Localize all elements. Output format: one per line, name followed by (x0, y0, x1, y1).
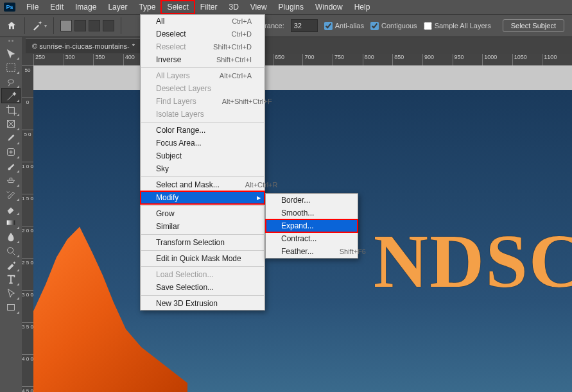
tolerance-input[interactable] (291, 19, 318, 32)
menu-file[interactable]: File (21, 1, 44, 13)
menu-item-feather[interactable]: Feather...Shift+F6 (266, 245, 358, 258)
rectangle-tool[interactable] (2, 300, 20, 314)
menu-image[interactable]: Image (69, 1, 102, 13)
eraser-tool[interactable] (2, 201, 20, 216)
options-bar: ▾ Tolerance: Anti-alias Contiguous Sampl… (0, 14, 572, 37)
menu-item-load-selection: Load Selection... (141, 268, 264, 281)
menu-item-grow[interactable]: Grow (141, 207, 264, 220)
subtract-selection-icon[interactable] (89, 20, 100, 31)
menu-item-inverse[interactable]: InverseShift+Ctrl+I (141, 53, 264, 66)
svg-rect-0 (7, 64, 15, 72)
type-tool[interactable] (2, 272, 20, 286)
menu-item-select-and-mask[interactable]: Select and Mask...Alt+Ctrl+R (141, 178, 264, 191)
tools-panel (0, 37, 22, 392)
add-selection-icon[interactable] (74, 20, 86, 31)
horizontal-ruler: 2503003504004505005506006507007508008509… (33, 54, 572, 65)
menu-item-isolate-layers: Isolate Layers (141, 108, 264, 121)
svg-rect-5 (8, 305, 15, 311)
sample-all-layers-checkbox[interactable]: Sample All Layers (424, 22, 491, 30)
menu-item-all[interactable]: AllCtrl+A (141, 15, 264, 28)
select-menu-dropdown: AllCtrl+ADeselectCtrl+DReselectShift+Ctr… (140, 14, 265, 311)
menu-plugins[interactable]: Plugins (273, 1, 309, 13)
menu-layer[interactable]: Layer (102, 1, 133, 13)
selection-mode-group (60, 20, 114, 31)
brush-tool[interactable] (2, 159, 20, 173)
intersect-selection-icon[interactable] (103, 20, 114, 31)
menu-type[interactable]: Type (133, 1, 161, 13)
magic-wand-tool[interactable] (2, 89, 20, 103)
gradient-tool[interactable] (2, 216, 20, 230)
healing-brush-tool[interactable] (2, 145, 20, 159)
menubar: Ps FileEditImageLayerTypeSelectFilter3DV… (0, 0, 572, 14)
eyedropper-tool[interactable] (2, 131, 20, 145)
menu-item-color-range[interactable]: Color Range... (141, 124, 264, 137)
menu-item-edit-in-quick-mask-mode[interactable]: Edit in Quick Mask Mode (141, 252, 264, 265)
menu-item-focus-area[interactable]: Focus Area... (141, 137, 264, 149)
anti-alias-checkbox[interactable]: Anti-alias (324, 22, 364, 30)
menu-item-all-layers: All LayersAlt+Ctrl+A (141, 69, 264, 82)
move-tool[interactable] (2, 46, 20, 60)
document-tab-bar: © sunrise-in-ciucas-mountains-*× (0, 37, 572, 54)
frame-tool[interactable] (2, 117, 20, 131)
menu-item-reselect: ReselectShift+Ctrl+D (141, 40, 264, 53)
menu-help[interactable]: Help (349, 1, 376, 13)
menu-item-new-3d-extrusion[interactable]: New 3D Extrusion (141, 297, 264, 310)
ruler-corner (22, 54, 33, 65)
menu-item-smooth[interactable]: Smooth... (266, 207, 358, 219)
menu-item-transform-selection[interactable]: Transform Selection (141, 236, 264, 249)
menu-3d[interactable]: 3D (223, 1, 244, 13)
menu-select[interactable]: Select (161, 1, 194, 13)
svg-point-4 (8, 248, 13, 253)
menu-filter[interactable]: Filter (195, 1, 223, 13)
menu-item-expand[interactable]: Expand... (266, 219, 358, 232)
menu-item-sky[interactable]: Sky (141, 162, 264, 175)
path-select-tool[interactable] (2, 286, 20, 300)
menu-window[interactable]: Window (309, 1, 349, 13)
menu-item-deselect-layers: Deselect Layers (141, 82, 264, 95)
crop-tool[interactable] (2, 103, 20, 117)
select-subject-button[interactable]: Select Subject (503, 19, 564, 32)
svg-rect-3 (7, 220, 15, 225)
lasso-tool[interactable] (2, 74, 20, 89)
marquee-tool[interactable] (2, 60, 20, 74)
tool-preset-icon[interactable]: ▾ (31, 19, 47, 32)
app-logo: Ps (4, 3, 15, 12)
menu-item-border[interactable]: Border... (266, 194, 358, 207)
blur-tool[interactable] (2, 230, 20, 244)
home-icon[interactable] (5, 19, 18, 32)
document-tab[interactable]: © sunrise-in-ciucas-mountains-*× (26, 38, 150, 53)
menu-item-save-selection[interactable]: Save Selection... (141, 281, 264, 294)
menu-item-find-layers: Find LayersAlt+Shift+Ctrl+F (141, 95, 264, 108)
history-brush-tool[interactable] (2, 187, 20, 201)
canvas-text-layer: NDSC (374, 218, 572, 305)
new-selection-icon[interactable] (60, 20, 72, 31)
menu-item-subject[interactable]: Subject (141, 149, 264, 162)
menu-item-contract[interactable]: Contract... (266, 232, 358, 245)
menu-item-similar[interactable]: Similar (141, 220, 264, 233)
menu-item-deselect[interactable]: DeselectCtrl+D (141, 28, 264, 40)
menu-item-modify[interactable]: Modify (141, 191, 264, 204)
clone-stamp-tool[interactable] (2, 173, 20, 187)
dodge-tool[interactable] (2, 244, 20, 258)
menu-edit[interactable]: Edit (44, 1, 69, 13)
pen-tool[interactable] (2, 258, 20, 272)
modify-submenu-dropdown: Border...Smooth...Expand...Contract...Fe… (265, 193, 358, 259)
vertical-ruler: 5005 01 0 01 5 02 0 02 5 03 0 03 5 04 0 … (22, 65, 33, 392)
menu-view[interactable]: View (245, 1, 273, 13)
contiguous-checkbox[interactable]: Contiguous (370, 22, 417, 30)
